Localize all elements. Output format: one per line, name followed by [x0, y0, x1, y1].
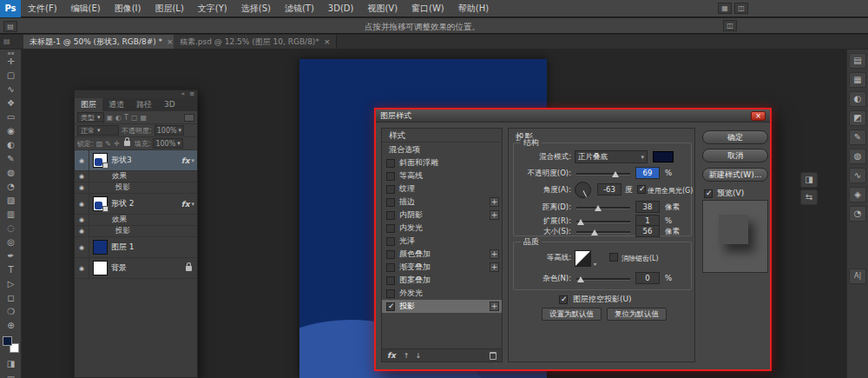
visibility-toggle[interactable]: ◉ — [75, 258, 89, 278]
drop-shadow-row-shape3[interactable]: ◉ 投影 — [75, 182, 197, 194]
effects-row-shape2[interactable]: ◉ 效果 — [75, 215, 197, 226]
delete-effect-icon[interactable] — [490, 352, 496, 360]
healing-brush-tool[interactable]: ◐ — [0, 138, 22, 152]
zoom-tool[interactable]: ⊕ — [0, 319, 22, 333]
blur-tool[interactable]: ◌ — [0, 222, 22, 235]
drop-shadow-row-shape2[interactable]: ◉ 投影 — [75, 226, 197, 237]
layer-name[interactable]: 形状 2 — [111, 198, 181, 209]
layer-row-layer1[interactable]: ◉ 图层 1 — [75, 237, 197, 258]
contour-thumbnail[interactable] — [575, 250, 591, 267]
angle-input[interactable]: -63 — [597, 183, 621, 196]
quick-selection-tool[interactable]: ❖ — [0, 96, 22, 110]
menu-view[interactable]: 视图(V) — [360, 0, 404, 17]
brush-panel-icon[interactable]: ✎ — [849, 129, 866, 145]
tab-psd-document[interactable]: 稿素.psd @ 12.5% (图层 10, RGB/8)* × — [174, 35, 337, 49]
slider-thumb[interactable] — [577, 276, 584, 282]
dodge-tool[interactable]: ◎ — [0, 235, 22, 249]
histogram-panel-icon[interactable]: ∿ — [849, 168, 866, 183]
style-checkbox[interactable] — [386, 198, 395, 207]
color-panel-icon[interactable]: ▤ — [849, 53, 866, 69]
style-item-inner-glow[interactable]: 内发光 — [382, 222, 502, 235]
drop-shadow-label[interactable]: 投影 — [115, 226, 130, 236]
angle-dial[interactable] — [575, 182, 591, 198]
style-item-texture[interactable]: 纹理 — [382, 182, 502, 196]
visibility-toggle[interactable]: ◉ — [75, 150, 89, 170]
fx-badge-icon[interactable]: fx — [181, 156, 190, 165]
add-instance-icon[interactable]: + — [490, 210, 499, 220]
tab-3d[interactable]: 3D — [158, 98, 181, 111]
filter-type-dropdown[interactable]: 类型 ▾ — [77, 112, 104, 123]
screen-mode-button[interactable]: ▣ — [0, 373, 22, 378]
lock-paint-icon[interactable]: ✎ — [105, 140, 111, 148]
lock-all-icon[interactable] — [124, 141, 130, 146]
style-item-gradient-overlay[interactable]: 渐变叠加 + — [382, 261, 502, 274]
crop-tool[interactable]: ▭ — [0, 110, 22, 124]
adjustments-panel-icon[interactable]: ◐ — [849, 91, 866, 107]
layer-name[interactable]: 背景 — [111, 262, 182, 274]
layer-thumbnail[interactable] — [93, 261, 108, 275]
layer-name[interactable]: 图层 1 — [111, 242, 197, 253]
dialog-titlebar[interactable]: 图层样式 × — [376, 109, 770, 123]
eraser-tool[interactable]: ▨ — [0, 194, 22, 208]
antialias-checkbox[interactable] — [609, 253, 618, 262]
style-checkbox[interactable] — [386, 211, 395, 220]
eyedropper-tool[interactable]: ◉ — [0, 124, 22, 138]
visibility-toggle[interactable]: ◉ — [75, 194, 89, 214]
tab-untitled-1[interactable]: 未标题-1 @ 50% (形状3, RGB/8#) * × — [23, 35, 181, 49]
add-instance-icon[interactable]: + — [490, 197, 499, 207]
pixel-filter-icon[interactable]: ▣ — [107, 114, 114, 122]
blending-options-item[interactable]: 混合选项 — [382, 143, 502, 156]
global-light-checkbox[interactable] — [637, 185, 646, 194]
drop-shadow-label[interactable]: 投影 — [115, 182, 130, 193]
brush-tool[interactable]: ✎ — [0, 152, 22, 166]
style-checkbox[interactable] — [386, 263, 395, 272]
clone-stamp-tool[interactable]: ◍ — [0, 166, 22, 180]
set-default-button[interactable]: 设置为默认值 — [542, 308, 602, 321]
chevron-down-icon[interactable]: ▾ — [594, 261, 596, 267]
slider-thumb[interactable] — [577, 219, 584, 225]
tab-paths[interactable]: 路径 — [130, 98, 158, 111]
reset-default-button[interactable]: 复位为默认值 — [607, 308, 667, 321]
chevron-down-icon[interactable]: ▾ — [191, 157, 194, 164]
collapse-panel-icon[interactable]: « — [181, 90, 185, 98]
move-tool[interactable]: ✛ — [0, 55, 22, 69]
move-down-icon[interactable]: ↓ — [415, 352, 421, 360]
clone-source-panel-icon[interactable]: ◍ — [849, 149, 866, 164]
menu-layer[interactable]: 图层(L) — [148, 0, 190, 17]
menu-filter[interactable]: 滤镜(T) — [278, 0, 321, 17]
layer-opacity-value[interactable]: 100% ▾ — [155, 125, 184, 136]
move-up-icon[interactable]: ↑ — [404, 352, 410, 360]
adjustment-filter-icon[interactable]: ◐ — [115, 114, 122, 122]
layer-row-shape3[interactable]: ◉ 形状3 fx ▾ — [75, 150, 197, 171]
menu-help[interactable]: 帮助(H) — [451, 0, 496, 17]
character-panel-icon[interactable]: A| — [849, 269, 866, 284]
style-checkbox[interactable] — [386, 250, 395, 259]
visibility-toggle[interactable]: ◉ — [75, 215, 89, 225]
visibility-toggle[interactable]: ◉ — [75, 237, 89, 257]
collapsed-panel-icon-b[interactable]: ⇆ — [800, 189, 818, 205]
path-selection-tool[interactable]: ▷ — [0, 277, 22, 291]
menu-edit[interactable]: 编辑(E) — [64, 0, 108, 17]
filter-toggle-switch[interactable] — [184, 114, 194, 122]
layer-row-shape2[interactable]: ◉ 形状 2 fx ▾ — [75, 194, 197, 215]
collapsed-panel-icon-a[interactable]: ◨ — [800, 172, 818, 188]
swatches-panel-icon[interactable]: ▦ — [849, 72, 866, 88]
add-instance-icon[interactable]: + — [490, 262, 499, 272]
layer-thumbnail[interactable] — [93, 196, 108, 211]
fx-badge-icon[interactable]: fx — [181, 200, 190, 209]
tab-channels[interactable]: 通道 — [102, 98, 130, 111]
effects-label[interactable]: 效果 — [112, 215, 127, 225]
style-item-pattern-overlay[interactable]: 图案叠加 — [382, 274, 502, 287]
menu-window[interactable]: 窗口(W) — [404, 0, 451, 17]
knockout-checkbox[interactable] — [559, 295, 568, 304]
layer-row-background[interactable]: ◉ 背景 — [75, 258, 197, 279]
menu-type[interactable]: 文字(Y) — [191, 0, 234, 17]
hand-tool[interactable]: ❍ — [0, 305, 22, 319]
menu-3d[interactable]: 3D(D) — [321, 0, 361, 17]
blend-mode-select[interactable]: 正片叠底 ▾ — [575, 150, 648, 163]
foreground-color-swatch[interactable] — [3, 336, 12, 346]
style-checkbox[interactable] — [386, 276, 395, 285]
new-style-button[interactable]: 新建样式(W)... — [702, 168, 768, 182]
cancel-button[interactable]: 取消 — [702, 149, 768, 162]
add-instance-icon[interactable]: + — [490, 249, 499, 259]
